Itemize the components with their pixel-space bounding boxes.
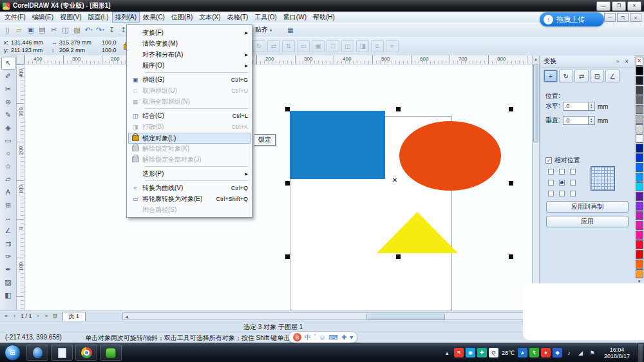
smart-fill-tool[interactable]: ◈ bbox=[1, 121, 15, 134]
horizontal-spinner[interactable]: ▲▼ bbox=[589, 102, 595, 111]
color-swatch-none[interactable]: ✕ bbox=[636, 57, 643, 66]
last-page-button[interactable]: » bbox=[43, 312, 51, 320]
menu-item-align-distribute[interactable]: 对齐和分布(A)▶ bbox=[128, 49, 251, 60]
menubar-item-effects[interactable]: 效果(C) bbox=[140, 12, 168, 23]
transform-position-tab[interactable]: + bbox=[544, 70, 558, 82]
color-swatch[interactable] bbox=[636, 260, 643, 269]
print-button[interactable]: ▤ bbox=[37, 24, 48, 35]
zoom-tool[interactable]: ⊕ bbox=[1, 95, 15, 108]
menu-item-convert-outline[interactable]: ▭将轮廓转换为对象(E)Ctrl+Shift+Q bbox=[128, 193, 251, 204]
anchor-cell[interactable] bbox=[559, 191, 565, 196]
transform-rotation-tab[interactable]: ↻ bbox=[559, 70, 573, 82]
menu-item-transform[interactable]: 变换(F)▶ bbox=[128, 27, 251, 38]
ruler-origin[interactable] bbox=[17, 55, 24, 64]
color-swatch[interactable] bbox=[636, 240, 643, 249]
vertical-scroll-thumb[interactable] bbox=[533, 64, 538, 142]
menu-item-clear-transform[interactable]: 清除变换(M) bbox=[128, 38, 251, 49]
vertical-spinner[interactable]: ▲▼ bbox=[589, 116, 595, 125]
basic-shapes-tool[interactable]: ▱ bbox=[1, 173, 15, 186]
anchor-cell[interactable] bbox=[570, 180, 576, 186]
horizontal-ruler[interactable]: 4003002001000100200300400500600700800 bbox=[24, 55, 532, 64]
freehand-tool[interactable]: ✎ bbox=[1, 108, 15, 121]
pick-tool[interactable]: ↖ bbox=[1, 57, 15, 70]
color-swatch[interactable] bbox=[636, 76, 643, 85]
volume-tray-icon[interactable]: ♪ bbox=[564, 348, 574, 357]
selection-handle[interactable] bbox=[509, 254, 513, 259]
spin-down-icon[interactable]: ▼ bbox=[590, 106, 592, 109]
save-button[interactable]: ▣ bbox=[25, 24, 36, 35]
horizontal-scrollbar[interactable]: ◀ ▶ bbox=[122, 312, 536, 320]
anchor-cell[interactable] bbox=[548, 180, 554, 186]
docker-close-button[interactable]: ✕ bbox=[622, 57, 631, 66]
selection-handle[interactable] bbox=[509, 107, 513, 111]
color-swatch[interactable] bbox=[636, 144, 643, 153]
scroll-up-icon[interactable]: ▲ bbox=[533, 55, 539, 63]
object-x-value[interactable]: 131.446 mm bbox=[11, 39, 43, 46]
taskbar-app-chrome[interactable] bbox=[75, 345, 97, 361]
options-button[interactable]: ▦ bbox=[285, 24, 296, 35]
anchor-cell[interactable] bbox=[548, 191, 554, 196]
teal-app-tray-icon[interactable]: ✚ bbox=[477, 348, 487, 357]
menubar-item-edit[interactable]: 编辑(E) bbox=[29, 12, 57, 23]
crop-tool[interactable]: ✂ bbox=[1, 82, 15, 95]
ime-mode-chinese-icon[interactable]: 中 bbox=[305, 333, 311, 342]
rectangle-shape[interactable] bbox=[290, 111, 385, 179]
selection-handle[interactable] bbox=[509, 181, 513, 186]
redo-button[interactable]: ↷▾ bbox=[95, 24, 106, 35]
menubar-item-layout[interactable]: 版面(L) bbox=[84, 12, 111, 23]
sogou-logo-icon[interactable]: S bbox=[293, 333, 301, 341]
anchor-cell[interactable] bbox=[548, 169, 554, 175]
anchor-cell[interactable] bbox=[570, 191, 576, 196]
menubar-item-tools[interactable]: 工具(O) bbox=[251, 12, 279, 23]
color-swatch[interactable] bbox=[636, 231, 643, 240]
scale-horizontal-value[interactable]: 100.0 bbox=[102, 39, 117, 46]
interactive-fill-tool[interactable]: ◧ bbox=[1, 289, 15, 301]
connector-tool[interactable]: ∠ bbox=[1, 224, 15, 237]
color-swatch[interactable] bbox=[636, 211, 643, 220]
vertical-scrollbar[interactable]: ▲ ▼ bbox=[532, 55, 540, 310]
maximize-button[interactable]: ❐ bbox=[612, 1, 626, 11]
color-swatch[interactable] bbox=[636, 66, 643, 75]
apply-to-duplicate-button[interactable]: 应用到再制 bbox=[546, 201, 629, 213]
drawing-canvas[interactable]: ✕ bbox=[24, 64, 532, 310]
checkbox-checked-icon[interactable]: ✓ bbox=[545, 157, 552, 164]
qq-tray-icon[interactable]: Q bbox=[489, 348, 498, 357]
next-page-button[interactable]: › bbox=[34, 312, 43, 320]
open-button[interactable]: ▱ bbox=[14, 24, 24, 35]
color-swatch[interactable] bbox=[636, 95, 643, 104]
menubar-item-text[interactable]: 文本(X) bbox=[196, 12, 223, 23]
menubar-item-arrange[interactable]: 排列(A) bbox=[112, 12, 140, 23]
docker-menu-button[interactable]: » bbox=[613, 57, 622, 66]
network-tray-icon[interactable]: ◢ bbox=[576, 348, 585, 357]
paste-button[interactable]: ▨ bbox=[71, 24, 82, 35]
color-swatch[interactable] bbox=[636, 182, 643, 191]
table-tool[interactable]: ⊞ bbox=[1, 198, 15, 211]
minimize-button[interactable]: — bbox=[596, 1, 611, 11]
selection-handle[interactable] bbox=[396, 107, 401, 111]
doc-close-button[interactable]: ✕ bbox=[630, 13, 641, 22]
menubar-item-table[interactable]: 表格(T) bbox=[224, 12, 252, 23]
object-y-value[interactable]: 211.123 mm bbox=[11, 47, 43, 53]
fill-tool[interactable]: ▨ bbox=[1, 276, 15, 289]
text-tool[interactable]: A bbox=[1, 186, 15, 198]
ime-punctuation-icon[interactable]: ’ bbox=[314, 334, 316, 341]
security-shield-tray-icon[interactable]: ▲ bbox=[518, 348, 527, 357]
ime-skin-icon[interactable]: ▾ bbox=[350, 334, 353, 341]
color-swatch[interactable] bbox=[636, 221, 643, 230]
color-swatch[interactable] bbox=[636, 202, 643, 211]
sogou-tray-icon[interactable]: S bbox=[454, 348, 464, 357]
menu-item-order[interactable]: 顺序(O)▶ bbox=[128, 60, 251, 71]
menu-item-lock-object[interactable]: 锁定对象(L) bbox=[128, 133, 251, 144]
rectangle-tool[interactable]: ▭ bbox=[1, 134, 15, 147]
menubar-item-help[interactable]: 帮助(H) bbox=[310, 12, 338, 23]
blend-tool[interactable]: ⇉ bbox=[1, 237, 15, 250]
menu-item-combine[interactable]: ◫结合(C)Ctrl+L bbox=[128, 110, 251, 121]
selection-handle[interactable] bbox=[396, 254, 401, 259]
polygon-tool[interactable]: ☆ bbox=[1, 160, 15, 173]
relative-position-option[interactable]: ✓ 相对位置 bbox=[545, 156, 580, 165]
color-swatch[interactable] bbox=[636, 192, 643, 201]
transform-size-tab[interactable]: ⊡ bbox=[590, 70, 604, 82]
apply-button[interactable]: 应用 bbox=[546, 216, 629, 227]
dimension-tool[interactable]: ↔ bbox=[1, 211, 15, 224]
object-width-value[interactable]: 315.379 mm bbox=[59, 39, 91, 46]
